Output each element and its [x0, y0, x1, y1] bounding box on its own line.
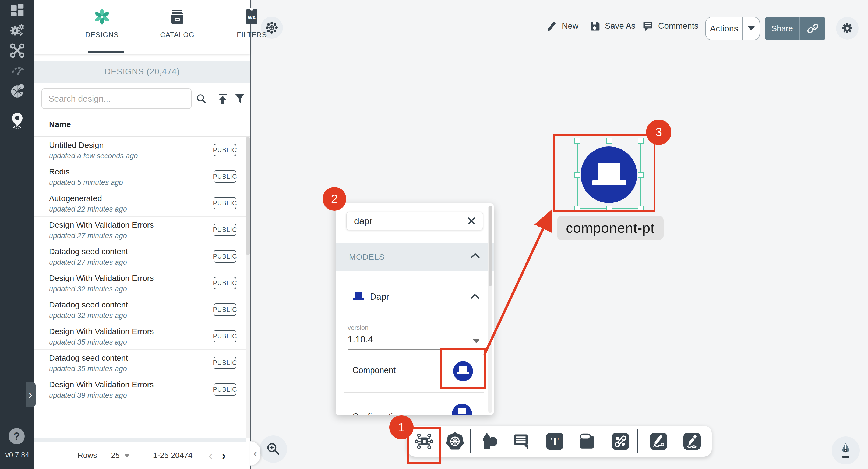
kanvas-pin-icon[interactable]: [6, 110, 28, 131]
rows-per-page-value: 25: [111, 451, 120, 460]
help-button[interactable]: ?: [9, 428, 25, 444]
comments-label: Comments: [658, 21, 699, 31]
share-button-group: Share: [765, 16, 826, 40]
design-pen-button[interactable]: [832, 436, 860, 464]
rows-per-page-select[interactable]: 25: [111, 451, 130, 460]
visibility-badge: PUBLIC: [214, 277, 236, 289]
panel-scrollbar[interactable]: [488, 206, 492, 413]
footer-strip: [34, 438, 246, 442]
sidebar-expand-handle[interactable]: ›: [26, 382, 35, 407]
design-updated: updated 35 minutes ago: [49, 338, 127, 346]
dapr-configuration-icon[interactable]: [452, 404, 472, 415]
design-name: Design With Validation Errors: [49, 274, 154, 283]
gear-icon: [840, 21, 854, 35]
relationship-link-icon[interactable]: [612, 433, 629, 450]
annotation-pen-icon[interactable]: [650, 433, 667, 450]
actions-dropdown-icon[interactable]: [748, 26, 755, 31]
models-section-header[interactable]: MODELS: [336, 243, 494, 271]
designs-spiral-icon: [92, 6, 112, 27]
extensions-mosaic-icon[interactable]: [6, 80, 28, 102]
save-as-button[interactable]: Save As: [589, 20, 636, 32]
design-updated: updated 27 minutes ago: [49, 232, 127, 240]
active-tab-underline: [88, 51, 124, 53]
drawer-collapse-handle[interactable]: ‹: [250, 441, 260, 466]
shapes-icon[interactable]: [480, 432, 498, 451]
design-name: Design With Validation Errors: [49, 221, 154, 230]
text-tool-icon[interactable]: T: [546, 433, 563, 450]
design-row[interactable]: Design With Validation Errors updated 27…: [34, 216, 246, 243]
design-row[interactable]: Autogenerated updated 22 minutes ago PUB…: [34, 190, 246, 216]
list-scrollbar[interactable]: [246, 137, 250, 438]
design-row[interactable]: Datadog seed content updated 32 minutes …: [34, 297, 246, 323]
visibility-badge: PUBLIC: [214, 303, 236, 316]
design-search-input[interactable]: [41, 89, 192, 109]
visibility-badge: PUBLIC: [214, 170, 236, 183]
toolkit-wrenches-icon[interactable]: [6, 40, 28, 61]
app-sidebar: › ? v0.7.84: [0, 0, 34, 469]
design-row[interactable]: Datadog seed content updated 35 minutes …: [34, 350, 246, 376]
next-page-button[interactable]: ›: [222, 449, 226, 462]
new-design-button[interactable]: New: [546, 20, 579, 32]
actions-button[interactable]: Actions: [705, 16, 760, 40]
pen-nib-icon: [838, 442, 854, 459]
design-updated: updated 39 minutes ago: [49, 391, 127, 400]
design-row[interactable]: Datadog seed content updated 27 minutes …: [34, 243, 246, 270]
search-icon[interactable]: [195, 93, 208, 105]
models-section-label: MODELS: [349, 253, 385, 262]
sidebar-divider: [0, 106, 34, 106]
design-row[interactable]: Design With Validation Errors updated 32…: [34, 270, 246, 297]
design-row[interactable]: Untitled Design updated a few seconds ag…: [34, 137, 246, 163]
dapr-model-name: Dapr: [370, 292, 389, 302]
toolbar-divider: [470, 430, 471, 453]
rows-caret-icon: [124, 454, 130, 458]
panel-scrollbar-thumb[interactable]: [489, 206, 492, 286]
comments-button[interactable]: Comments: [642, 20, 699, 32]
tab-catalog[interactable]: CATALOG: [150, 6, 204, 49]
import-design-icon[interactable]: [217, 93, 229, 105]
clear-search-icon[interactable]: [466, 215, 477, 226]
model-row-dapr[interactable]: Dapr: [336, 281, 494, 312]
version-select-value[interactable]: 1.10.4: [348, 334, 373, 344]
kubernetes-icon[interactable]: [445, 432, 465, 451]
comment-icon[interactable]: [512, 432, 530, 450]
visibility-badge: PUBLIC: [214, 383, 236, 396]
tab-designs[interactable]: DESIGNS: [75, 6, 129, 49]
version-select-caret[interactable]: [473, 339, 480, 343]
filter-funnel-icon[interactable]: [234, 93, 246, 105]
collapse-model-icon[interactable]: [470, 293, 480, 300]
annotation-step-2: 2: [322, 187, 346, 211]
design-row[interactable]: Design With Validation Errors updated 35…: [34, 323, 246, 350]
component-name-label[interactable]: component-pt: [557, 215, 663, 240]
canvas-toolbar: T: [407, 426, 712, 457]
prev-page-button[interactable]: ‹: [209, 449, 213, 462]
rows-label: Rows: [78, 451, 97, 460]
design-name: Datadog seed content: [49, 354, 128, 363]
settings-button[interactable]: [836, 17, 859, 39]
design-updated: updated 35 minutes ago: [49, 365, 127, 373]
settings-gears-icon[interactable]: [6, 19, 28, 41]
svg-text:T: T: [551, 435, 559, 447]
save-icon: [589, 20, 600, 32]
panel-search-input[interactable]: [354, 212, 462, 230]
share-button[interactable]: Share: [765, 24, 799, 33]
pagination-footer: Rows 25 1-25 20474 ‹ ›: [34, 442, 250, 469]
kanvas-app: › ? v0.7.84: [0, 0, 868, 469]
new-design-label: New: [562, 21, 579, 31]
zoom-button[interactable]: [260, 435, 287, 463]
table-divider: [34, 136, 250, 137]
design-row[interactable]: Design With Validation Errors updated 39…: [34, 376, 246, 403]
filters-wa-icon: WA: [242, 6, 262, 27]
tab-filters[interactable]: WA FILTERS: [225, 6, 279, 49]
design-updated: updated 5 minutes ago: [49, 178, 123, 187]
performance-gauge-icon[interactable]: [6, 59, 28, 80]
design-name: Autogenerated: [49, 194, 102, 203]
dapr-model-icon: [352, 291, 366, 302]
design-row[interactable]: Redis updated 5 minutes ago PUBLIC: [34, 163, 246, 190]
dashboard-icon[interactable]: [6, 0, 28, 22]
freehand-draw-icon[interactable]: [683, 433, 701, 450]
note-icon[interactable]: [579, 432, 597, 450]
copy-link-button[interactable]: [800, 23, 826, 34]
tab-designs-label: DESIGNS: [85, 31, 119, 39]
collapse-section-icon[interactable]: [470, 252, 480, 260]
list-scrollbar-thumb[interactable]: [246, 137, 250, 255]
